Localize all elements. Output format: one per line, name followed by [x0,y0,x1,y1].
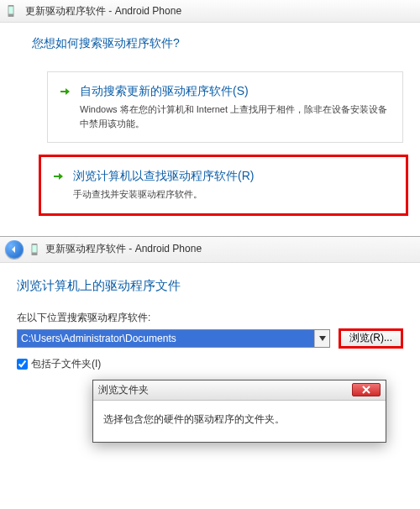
dialog-title: 浏览文件夹 [98,383,149,397]
path-input[interactable] [18,330,314,347]
browse-driver-panel: 浏览计算机上的驱动程序文件 在以下位置搜索驱动程序软件: 浏览(R)... 包括… [0,263,420,449]
option-auto-search[interactable]: 自动搜索更新的驱动程序软件(S) Windows 将在您的计算机和 Intern… [47,71,403,143]
svg-rect-3 [32,244,36,252]
browse-button[interactable]: 浏览(R)... [339,328,403,349]
svg-rect-1 [8,7,13,14]
panel-heading: 浏览计算机上的驱动程序文件 [17,278,403,294]
option-auto-desc: Windows 将在您的计算机和 Internet 上查找用于相件，除非在设备安… [80,102,391,130]
dialog-instruction: 选择包含您的硬件的驱动程序的文件夹。 [93,401,386,442]
window-title: 更新驱动程序软件 - Android Phone [25,4,181,18]
arrow-right-icon [60,84,71,130]
window-header: 更新驱动程序软件 - Android Phone [0,0,420,23]
path-row: 浏览(R)... [17,328,403,349]
window-title: 更新驱动程序软件 - Android Phone [45,242,202,256]
device-icon [29,242,40,257]
window-header: 更新驱动程序软件 - Android Phone [0,237,420,263]
path-label: 在以下位置搜索驱动程序软件: [17,311,403,325]
option-browse-computer[interactable]: 浏览计算机以查找驱动程序软件(R) 手动查找并安装驱动程序软件。 [39,155,408,216]
include-subfolders-checkbox[interactable] [17,359,28,370]
option-browse-desc: 手动查找并安装驱动程序软件。 [73,187,254,202]
include-subfolders-row[interactable]: 包括子文件夹(I) [17,357,403,371]
search-method-panel: 您想如何搜索驱动程序软件? 自动搜索更新的驱动程序软件(S) Windows 将… [0,23,420,231]
prompt-question: 您想如何搜索驱动程序软件? [32,36,403,51]
close-button[interactable] [352,383,381,396]
lower-window: 更新驱动程序软件 - Android Phone 浏览计算机上的驱动程序文件 在… [0,236,420,449]
option-browse-title: 浏览计算机以查找驱动程序软件(R) [73,169,254,184]
option-browse-content: 浏览计算机以查找驱动程序软件(R) 手动查找并安装驱动程序软件。 [73,169,254,202]
browse-folder-dialog: 浏览文件夹 选择包含您的硬件的驱动程序的文件夹。 [92,380,386,443]
back-button[interactable] [5,240,24,259]
top-window: 更新驱动程序软件 - Android Phone 您想如何搜索驱动程序软件? 自… [0,0,420,231]
path-combobox[interactable] [17,329,330,348]
dialog-titlebar[interactable]: 浏览文件夹 [93,380,386,401]
option-auto-content: 自动搜索更新的驱动程序软件(S) Windows 将在您的计算机和 Intern… [80,84,391,130]
option-auto-title: 自动搜索更新的驱动程序软件(S) [80,84,391,99]
include-subfolders-label: 包括子文件夹(I) [31,357,101,371]
device-icon [5,3,17,18]
arrow-right-icon [53,169,65,202]
dropdown-button[interactable] [314,330,329,347]
